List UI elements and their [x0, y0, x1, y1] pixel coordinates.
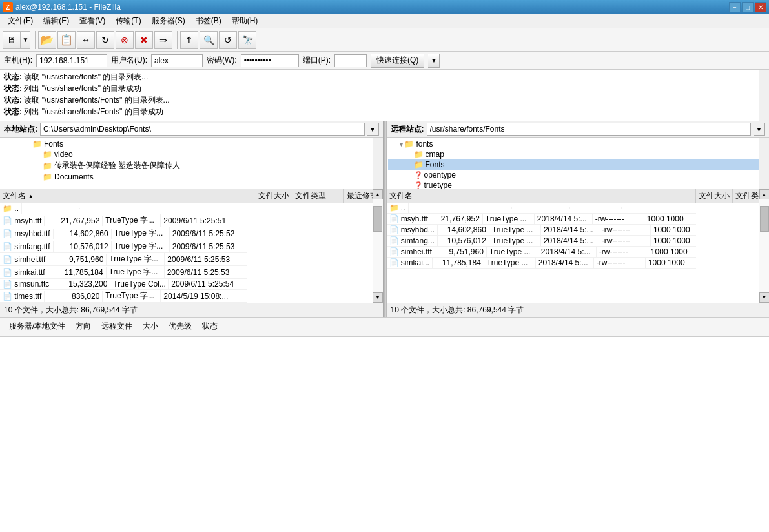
table-row[interactable]: 📄 simkai.ttf 11,785,184 TrueType 字... 20…: [0, 266, 247, 279]
local-col-type[interactable]: 文件类型: [292, 189, 344, 203]
window-title: alex@192.168.1.151 - FileZilla: [15, 3, 121, 12]
toolbar-btn-1[interactable]: 📂: [38, 31, 56, 49]
queue-area: [0, 336, 769, 533]
table-row[interactable]: 📄 times.ttf 836,020 TrueType 字... 2014/5…: [0, 290, 247, 303]
file-modified: 2018/4/14 5:...: [536, 258, 594, 268]
file-owner: 1000 1000: [648, 247, 693, 257]
local-path-dropdown[interactable]: ▼: [367, 123, 379, 136]
remote-tree-item[interactable]: ❓ truetype: [388, 180, 768, 189]
toolbar-btn-2[interactable]: 📋: [57, 31, 76, 49]
remote-path-dropdown[interactable]: ▼: [754, 123, 765, 136]
file-modified: 2014/5/19 15:08:...: [161, 291, 238, 302]
local-col-size[interactable]: 文件大小: [247, 189, 292, 203]
menu-view[interactable]: 查看(V): [74, 14, 110, 28]
minimize-button[interactable]: −: [729, 2, 741, 12]
menu-file[interactable]: 文件(F): [3, 14, 38, 28]
port-label: 端口(P):: [303, 55, 331, 66]
toolbar-btn-6[interactable]: ✖: [135, 31, 153, 49]
remote-tree-item-fonts[interactable]: 📁 Fonts: [388, 159, 768, 170]
menu-edit[interactable]: 编辑(E): [38, 14, 74, 28]
table-row[interactable]: 📁 ..: [387, 203, 696, 214]
connect-dropdown[interactable]: ▼: [428, 54, 440, 68]
table-row[interactable]: 📄 simkai... 11,785,184 TrueType ... 2018…: [387, 258, 696, 269]
scroll-thumb[interactable]: [373, 206, 382, 232]
menu-help[interactable]: 帮助(H): [227, 14, 263, 28]
connect-button[interactable]: 快速连接(Q): [371, 54, 424, 68]
scroll-up-btn[interactable]: ▲: [759, 189, 770, 200]
toolbar-btn-11[interactable]: 🔭: [238, 31, 256, 49]
file-icon: 📄: [3, 229, 12, 238]
scroll-down-btn[interactable]: ▼: [759, 292, 770, 303]
remote-tree: ▼ 📁 fonts 📁 cmap 📁 Fonts ❓ ope: [387, 138, 770, 189]
scroll-up-btn[interactable]: ▲: [373, 189, 383, 200]
local-tree-item[interactable]: 📁 Fonts: [1, 139, 382, 149]
toolbar-btn-5[interactable]: ⊗: [116, 31, 134, 49]
local-tree-item[interactable]: 📁 Documents: [1, 172, 382, 182]
remote-path-input[interactable]: [427, 123, 752, 136]
file-name: ..: [14, 204, 19, 213]
local-tree-item[interactable]: 📁 video: [1, 149, 382, 159]
table-row[interactable]: 📁 ..: [0, 203, 247, 214]
local-tree-item[interactable]: 📁 传承装备保障经验 塑造装备保障传人: [1, 159, 382, 172]
unknown-icon: ❓: [414, 181, 423, 190]
toolbar-btn-10[interactable]: ↺: [219, 31, 237, 49]
local-file-scrollbar[interactable]: ▲ ▼: [373, 189, 383, 303]
local-panel-header: 本地站点: ▼: [0, 121, 383, 138]
toolbar-btn-8[interactable]: ⇑: [180, 31, 198, 49]
maximize-button[interactable]: □: [742, 2, 754, 12]
remote-col-size[interactable]: 文件大小: [696, 189, 733, 203]
table-row[interactable]: 📄 simsun.ttc 15,323,200 TrueType Col... …: [0, 279, 247, 290]
remote-col-type[interactable]: 文件类型: [733, 189, 759, 203]
table-row[interactable]: 📄 simhei.ttf 9,751,960 TrueType ... 2018…: [387, 247, 696, 258]
file-modified: 2018/4/14 5:...: [541, 236, 599, 246]
toolbar-btn-4[interactable]: ↻: [96, 31, 114, 49]
table-row[interactable]: 📄 msyhbd... 14,602,860 TrueType ... 2018…: [387, 225, 696, 236]
table-row[interactable]: 📄 simfang... 10,576,012 TrueType ... 201…: [387, 236, 696, 247]
remote-tree-item[interactable]: 📁 cmap: [388, 149, 768, 159]
toolbar-btn-3[interactable]: ↔: [77, 31, 95, 49]
table-row[interactable]: 📄 msyhbd.ttf 14,602,860 TrueType 字... 20…: [0, 227, 247, 240]
local-col-modified[interactable]: 最近修改: [344, 189, 373, 203]
file-type: [460, 207, 512, 209]
remote-col-name[interactable]: 文件名: [387, 189, 696, 203]
local-col-name[interactable]: 文件名 ▲: [0, 189, 247, 203]
scroll-down-btn[interactable]: ▼: [373, 292, 383, 303]
port-input[interactable]: [334, 54, 367, 67]
remote-file-scrollbar[interactable]: ▲ ▼: [759, 189, 769, 303]
file-size: 14,602,860: [54, 229, 112, 239]
status-area: 状态: 读取 "/usr/share/fonts" 的目录列表... 状态: 列…: [0, 70, 769, 121]
local-tree-scrollbar[interactable]: [373, 138, 383, 189]
user-input[interactable]: [151, 54, 203, 67]
table-row[interactable]: 📄 msyh.ttf 21,767,952 TrueType 字... 2009…: [0, 214, 247, 227]
file-type: TrueType 字...: [112, 227, 170, 240]
menu-bookmarks[interactable]: 书签(B): [190, 14, 227, 28]
local-path-input[interactable]: [40, 123, 365, 136]
pass-input[interactable]: [241, 54, 299, 67]
close-button[interactable]: ✕: [755, 2, 766, 12]
file-perm: [570, 207, 622, 209]
status-line-3: 状态: 读取 "/usr/share/fonts/Fonts" 的目录列表...: [4, 94, 765, 106]
menu-server[interactable]: 服务器(S): [147, 14, 190, 28]
remote-tree-item[interactable]: ❓ opentype: [388, 170, 768, 180]
table-row[interactable]: 📄 msyh.ttf 21,767,952 TrueType ... 2018/…: [387, 214, 696, 225]
transfer-bar: 服务器/本地文件 方向 远程文件 大小 优先级 状态: [0, 317, 769, 336]
file-modified: 2009/6/11 5:25:52: [170, 229, 247, 239]
toolbar-site-manager-dropdown[interactable]: ▼: [21, 31, 30, 49]
toolbar-site-manager[interactable]: 🖥: [3, 31, 21, 49]
file-size: 10,576,012: [54, 241, 112, 252]
toolbar-btn-9[interactable]: 🔍: [200, 31, 218, 49]
local-panel-footer: 10 个文件，大小总共: 86,769,544 字节: [0, 303, 383, 317]
remote-tree-item[interactable]: ▼ 📁 fonts: [388, 139, 768, 149]
remote-tree-scrollbar[interactable]: [759, 138, 769, 189]
menu-transfer[interactable]: 传输(T): [110, 14, 146, 28]
file-icon: 📄: [389, 236, 399, 245]
file-size: 11,785,184: [48, 267, 107, 278]
status-scrollbar[interactable]: [759, 70, 769, 121]
table-row[interactable]: 📄 simfang.ttf 10,576,012 TrueType 字... 2…: [0, 240, 247, 253]
scroll-thumb[interactable]: [760, 206, 769, 232]
toolbar-btn-7[interactable]: ⇒: [154, 31, 172, 49]
file-type: TrueType ...: [483, 214, 535, 224]
host-input[interactable]: [36, 54, 107, 67]
table-row[interactable]: 📄 simhei.ttf 9,751,960 TrueType 字... 200…: [0, 253, 247, 266]
folder-icon: 📁: [43, 150, 52, 159]
